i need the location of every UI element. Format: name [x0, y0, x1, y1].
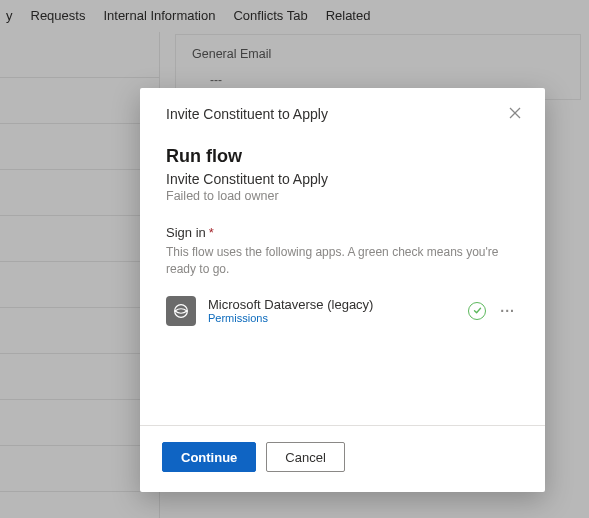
close-button[interactable]: [503, 102, 527, 126]
owner-error-text: Failed to load owner: [166, 189, 517, 203]
close-icon: [509, 106, 521, 122]
dataverse-icon: [166, 296, 196, 326]
svg-point-2: [175, 304, 188, 317]
connection-status-ok-icon: [468, 302, 486, 320]
connection-text: Microsoft Dataverse (legacy) Permissions: [208, 297, 456, 325]
required-indicator: *: [209, 225, 214, 240]
run-flow-dialog: Invite Constituent to Apply Run flow Inv…: [140, 88, 545, 492]
connection-row: Microsoft Dataverse (legacy) Permissions…: [166, 296, 517, 326]
cancel-button[interactable]: Cancel: [266, 442, 344, 472]
signin-description: This flow uses the following apps. A gre…: [166, 244, 517, 278]
permissions-link[interactable]: Permissions: [208, 312, 456, 324]
dialog-body: Run flow Invite Constituent to Apply Fai…: [140, 134, 545, 425]
dialog-header: Invite Constituent to Apply: [140, 88, 545, 134]
run-flow-heading: Run flow: [166, 146, 517, 167]
flow-name: Invite Constituent to Apply: [166, 171, 517, 187]
connection-name: Microsoft Dataverse (legacy): [208, 297, 456, 313]
connection-more-button[interactable]: ···: [498, 304, 517, 318]
signin-label: Sign in*: [166, 225, 517, 240]
signin-label-text: Sign in: [166, 225, 206, 240]
continue-button[interactable]: Continue: [162, 442, 256, 472]
dialog-footer: Continue Cancel: [140, 425, 545, 492]
dialog-title: Invite Constituent to Apply: [166, 106, 328, 122]
